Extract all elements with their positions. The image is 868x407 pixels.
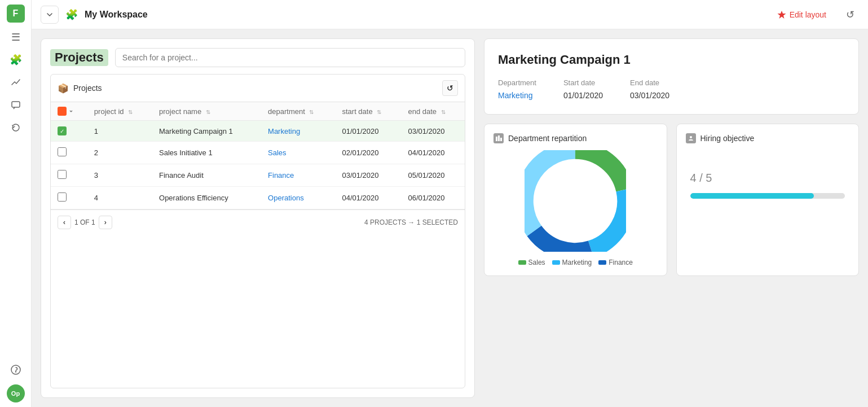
chat-icon[interactable] xyxy=(6,95,26,115)
row-end-date: 04/01/2020 xyxy=(401,142,465,164)
start-date-field: Start date 01/01/2020 xyxy=(563,78,603,100)
navigate-button[interactable] xyxy=(41,6,59,24)
row-select-cell[interactable]: ✓ xyxy=(51,121,87,142)
table-toolbar: 📦 Projects ↺ xyxy=(51,75,465,102)
row-select-cell[interactable] xyxy=(51,187,87,209)
row-checkbox[interactable] xyxy=(58,147,67,156)
table-label: Projects xyxy=(73,84,102,93)
svg-marker-2 xyxy=(777,11,786,19)
svg-rect-5 xyxy=(498,135,500,141)
hiring-progress-fill xyxy=(690,193,814,199)
panel-header: Projects xyxy=(50,48,465,67)
end-date-label: End date xyxy=(630,78,669,87)
svg-rect-3 xyxy=(59,108,65,114)
department-field: Department Marketing xyxy=(498,78,536,100)
table-row[interactable]: 4Operations EfficiencyOperations04/01/20… xyxy=(51,187,465,209)
edit-layout-button[interactable]: Edit layout xyxy=(769,7,834,23)
table-refresh-button[interactable]: ↺ xyxy=(442,80,458,96)
department-value[interactable]: Marketing xyxy=(498,91,532,100)
svg-rect-0 xyxy=(12,102,20,107)
row-end-date: 03/01/2020 xyxy=(401,121,465,142)
table-footer: ‹ 1 OF 1 › 4 PROJECTS → 1 SELECTED xyxy=(51,209,465,235)
department-label: Department xyxy=(498,78,536,87)
row-project-id: 2 xyxy=(87,142,152,164)
svg-rect-4 xyxy=(496,137,497,141)
right-panel: Marketing Campaign 1 Department Marketin… xyxy=(484,38,859,398)
hiring-progress-bar xyxy=(690,193,845,199)
dept-chart-header: Department repartition xyxy=(494,133,658,143)
history-icon[interactable] xyxy=(6,117,26,138)
next-page-button[interactable]: › xyxy=(99,216,112,229)
help-icon[interactable] xyxy=(6,360,26,380)
prev-page-button[interactable]: ‹ xyxy=(58,216,71,229)
row-checkbox-checked[interactable]: ✓ xyxy=(58,126,67,135)
avatar[interactable]: Op xyxy=(7,384,25,402)
legend-marketing: Marketing xyxy=(552,259,592,266)
row-department[interactable]: Operations xyxy=(261,187,335,209)
content-area: Projects 📦 Projects ↺ xyxy=(32,29,868,407)
table-row[interactable]: ✓1Marketing Campaign 1Marketing01/01/202… xyxy=(51,121,465,142)
projects-summary: 4 PROJECTS → 1 SELECTED xyxy=(364,218,458,226)
topbar: 🧩 My Workspace Edit layout ↺ xyxy=(32,0,868,29)
page-info: 1 OF 1 xyxy=(74,218,95,226)
row-department[interactable]: Sales xyxy=(261,142,335,164)
hiring-chart-header: Hiring objective xyxy=(686,133,850,143)
row-project-name: Operations Efficiency xyxy=(152,187,261,209)
row-department[interactable]: Finance xyxy=(261,164,335,187)
app-logo[interactable]: F xyxy=(7,5,25,23)
row-start-date: 01/01/2020 xyxy=(335,121,401,142)
refresh-button[interactable]: ↺ xyxy=(841,6,859,24)
select-all-box[interactable] xyxy=(58,107,67,116)
row-project-name: Finance Audit xyxy=(152,164,261,187)
legend-finance: Finance xyxy=(598,259,633,266)
row-department[interactable]: Marketing xyxy=(261,121,335,142)
row-project-id: 4 xyxy=(87,187,152,209)
workspace-title: My Workspace xyxy=(85,10,148,20)
panel-title: Projects xyxy=(50,49,108,66)
table-icon: 📦 xyxy=(58,83,69,94)
projects-table-container: 📦 Projects ↺ xyxy=(50,74,465,388)
row-project-id: 1 xyxy=(87,121,152,142)
row-project-id: 3 xyxy=(87,164,152,187)
detail-title: Marketing Campaign 1 xyxy=(498,52,845,67)
puzzle-icon[interactable]: 🧩 xyxy=(6,50,26,70)
col-project-name: project name ⇅ xyxy=(152,102,261,121)
sidebar: F ☰ 🧩 Op xyxy=(0,0,32,407)
hiring-content: 4 / 5 xyxy=(686,150,850,208)
table-row[interactable]: 2Sales Initiative 1Sales02/01/202004/01/… xyxy=(51,142,465,164)
donut-chart: Sales Marketing Finance xyxy=(494,150,658,266)
hiring-chart-icon xyxy=(686,133,696,143)
pagination: ‹ 1 OF 1 › xyxy=(58,216,112,229)
svg-point-1 xyxy=(11,365,20,374)
col-department: department ⇅ xyxy=(261,102,335,121)
projects-panel: Projects 📦 Projects ↺ xyxy=(41,38,475,398)
row-checkbox[interactable] xyxy=(58,170,67,179)
col-select-header xyxy=(51,102,87,121)
charts-row: Department repartition xyxy=(484,124,859,276)
hiring-chart-card: Hiring objective 4 / 5 xyxy=(676,124,860,276)
projects-table: project id ⇅ project name ⇅ department ⇅… xyxy=(51,102,465,209)
row-checkbox[interactable] xyxy=(58,192,67,202)
start-date-label: Start date xyxy=(563,78,603,87)
row-project-name: Sales Initiative 1 xyxy=(152,142,261,164)
row-start-date: 04/01/2020 xyxy=(335,187,401,209)
menu-icon[interactable]: ☰ xyxy=(6,27,26,47)
donut-legend: Sales Marketing Finance xyxy=(518,259,633,266)
analytics-icon[interactable] xyxy=(6,72,26,93)
svg-rect-6 xyxy=(500,138,502,141)
row-select-cell[interactable] xyxy=(51,164,87,187)
row-end-date: 06/01/2020 xyxy=(401,187,465,209)
start-date-value: 01/01/2020 xyxy=(563,91,603,100)
col-end-date: end date ⇅ xyxy=(401,102,465,121)
table-row[interactable]: 3Finance AuditFinance03/01/202005/01/202… xyxy=(51,164,465,187)
row-select-cell[interactable] xyxy=(51,142,87,164)
row-start-date: 03/01/2020 xyxy=(335,164,401,187)
main-container: 🧩 My Workspace Edit layout ↺ Projects xyxy=(32,0,868,407)
svg-point-7 xyxy=(690,136,692,138)
dept-chart-icon xyxy=(494,133,504,143)
search-input[interactable] xyxy=(115,48,465,67)
row-project-name: Marketing Campaign 1 xyxy=(152,121,261,142)
workspace-emoji: 🧩 xyxy=(65,8,78,21)
end-date-field: End date 03/01/2020 xyxy=(630,78,669,100)
topbar-actions: Edit layout ↺ xyxy=(769,6,859,24)
